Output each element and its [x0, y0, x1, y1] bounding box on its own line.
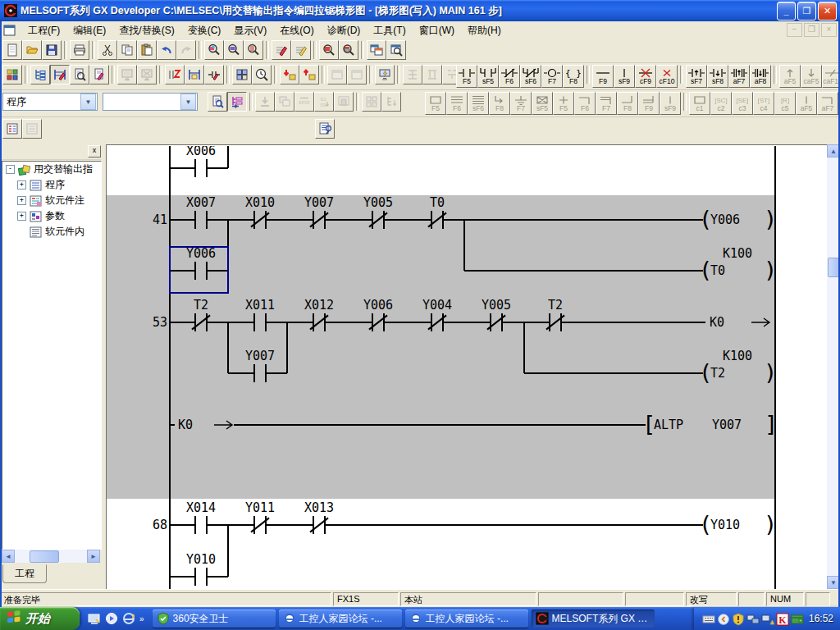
chevron-down-icon[interactable]: ▼: [80, 94, 96, 110]
task-button-4[interactable]: MELSOFT系列 GX D...: [532, 609, 655, 628]
sfc-trans-button[interactable]: sF5: [532, 92, 553, 115]
sampling-trace-button[interactable]: [252, 65, 272, 84]
menu-F[interactable]: 工程(F): [21, 23, 66, 38]
cut-button[interactable]: [98, 40, 117, 60]
media-player-icon[interactable]: [105, 612, 119, 626]
kaspersky-icon[interactable]: K: [776, 613, 788, 625]
application-instruction-button[interactable]: { }F8: [563, 65, 584, 88]
delete-vertical-line-button[interactable]: cF10: [656, 65, 678, 88]
program-combo[interactable]: 程序▼: [2, 93, 98, 111]
window-b-button[interactable]: [347, 65, 367, 84]
tree-expander-icon[interactable]: -: [6, 165, 15, 174]
mdi-restore-button[interactable]: ❐: [804, 23, 819, 37]
coil-button[interactable]: F7: [541, 65, 563, 88]
sfc-box-button[interactable]: c1: [689, 92, 710, 115]
sfc-st-button[interactable]: [ST]c4: [753, 92, 774, 115]
pc-write-button[interactable]: [280, 65, 299, 84]
mdi-close-button[interactable]: ×: [821, 23, 837, 37]
sfc-corner2-button[interactable]: F7: [596, 92, 617, 115]
sfc-corner3-button[interactable]: F8: [617, 92, 638, 115]
find-button[interactable]: [204, 40, 224, 60]
monitor-start-button[interactable]: [117, 65, 137, 84]
device-skip-button[interactable]: [255, 92, 275, 112]
tree-item-project-root[interactable]: -用交替输出指: [2, 162, 101, 177]
menu-H[interactable]: 帮助(H): [461, 23, 508, 38]
replace-string-button[interactable]: [291, 40, 311, 60]
tree-expander-icon[interactable]: +: [17, 196, 26, 205]
tree-item-4[interactable]: 软元件内: [2, 224, 101, 240]
step-exec-button[interactable]: [403, 65, 422, 84]
toggle-project-tree-button[interactable]: [227, 92, 247, 112]
menu-T[interactable]: 工具(T): [367, 23, 412, 38]
task-button-1[interactable]: 360安全卫士: [153, 609, 276, 628]
partial-ladder-button[interactable]: [334, 92, 354, 112]
menu-S[interactable]: 查找/替换(S): [112, 23, 180, 38]
ladder-canvas[interactable]: 415368X006X007X010Y007Y005T0Y006T2X011X0…: [107, 146, 827, 589]
ladder-cursor[interactable]: [169, 246, 229, 294]
save-project-button[interactable]: [42, 40, 62, 60]
menu-O[interactable]: 在线(O): [273, 23, 320, 38]
delete-horizontal-line-button[interactable]: cF9: [635, 65, 656, 88]
device-list-button[interactable]: [386, 40, 406, 60]
block-convert-button[interactable]: [232, 65, 252, 84]
chevron-down-icon[interactable]: ▼: [180, 94, 196, 110]
menu-E[interactable]: 编辑(E): [66, 23, 112, 38]
sfc-corner4-button[interactable]: F9: [638, 92, 660, 115]
tree-item-2[interactable]: +软元件注: [2, 193, 101, 208]
sfc-se-button[interactable]: [SE]c3: [732, 92, 753, 115]
tree-item-3[interactable]: +参数: [2, 208, 101, 224]
used-device-list-button[interactable]: [339, 40, 358, 60]
macro-tree-button[interactable]: [381, 92, 401, 112]
device-test-button[interactable]: [204, 65, 224, 84]
scroll-left-icon[interactable]: ◄: [2, 550, 15, 563]
tile-windows-button[interactable]: [367, 40, 386, 60]
find-device-button[interactable]: [224, 40, 244, 60]
close-button[interactable]: ✕: [818, 2, 837, 21]
transfer-setup-button[interactable]: [375, 65, 395, 84]
menu-W[interactable]: 窗口(W): [413, 23, 461, 38]
data-transfer-button[interactable]: [2, 65, 22, 84]
device-batch-replace-button[interactable]: [165, 65, 185, 84]
ladder-monitor-button[interactable]: [185, 65, 204, 84]
sfc-sc-button[interactable]: [SC]c2: [710, 92, 732, 115]
open-project-button[interactable]: [22, 40, 42, 60]
paste-button[interactable]: [137, 40, 157, 60]
scroll-right-icon[interactable]: ►: [87, 550, 100, 563]
sfc-jump-button[interactable]: F8: [489, 92, 510, 115]
redo-button[interactable]: [176, 40, 196, 60]
statement-edit-button[interactable]: [89, 65, 109, 84]
security-alert-icon[interactable]: [732, 613, 744, 625]
find-string-button[interactable]: [244, 40, 263, 60]
tree-expander-icon[interactable]: +: [17, 180, 26, 189]
undo-button[interactable]: [157, 40, 176, 60]
sfc-v2-button[interactable]: aF5: [796, 92, 817, 115]
tree-close-icon[interactable]: x: [88, 145, 101, 158]
print-button[interactable]: [70, 40, 89, 60]
copy-button[interactable]: [117, 40, 137, 60]
sfc-corner1-button[interactable]: F6: [574, 92, 596, 115]
vertical-line-button[interactable]: sF9: [614, 65, 635, 88]
window-cascade-button[interactable]: [275, 92, 294, 112]
project-tab[interactable]: 工程: [2, 564, 47, 583]
closed-contact-button[interactable]: F6: [499, 65, 520, 88]
sfc-step-button[interactable]: F5: [425, 92, 446, 115]
parallel-closed-contact-button[interactable]: sF6: [520, 65, 541, 88]
new-project-button[interactable]: [2, 40, 22, 60]
network-warning-icon[interactable]: [761, 613, 774, 625]
mdi-minimize-button[interactable]: −: [787, 23, 802, 37]
invert-up-button[interactable]: aF5: [779, 65, 801, 88]
project-data-list-button[interactable]: [30, 65, 50, 84]
tree-item-1[interactable]: +程序: [2, 177, 101, 193]
block-list-button[interactable]: [362, 92, 381, 112]
comment-display-button[interactable]: [2, 119, 22, 139]
second-combo[interactable]: ▼: [103, 93, 198, 111]
pc-read-button[interactable]: [299, 65, 319, 84]
sfc-block2-button[interactable]: sF6: [468, 92, 489, 115]
quicklaunch-overflow-icon[interactable]: »: [139, 614, 144, 623]
horizontal-line-button[interactable]: F9: [592, 65, 614, 88]
window-a-button[interactable]: [327, 65, 347, 84]
network-icon[interactable]: [746, 613, 759, 625]
statement-display-button[interactable]: [22, 119, 42, 139]
task-button-3[interactable]: 工控人家园论坛 -...: [405, 609, 528, 628]
error-jump-button[interactable]: error: [294, 92, 314, 112]
